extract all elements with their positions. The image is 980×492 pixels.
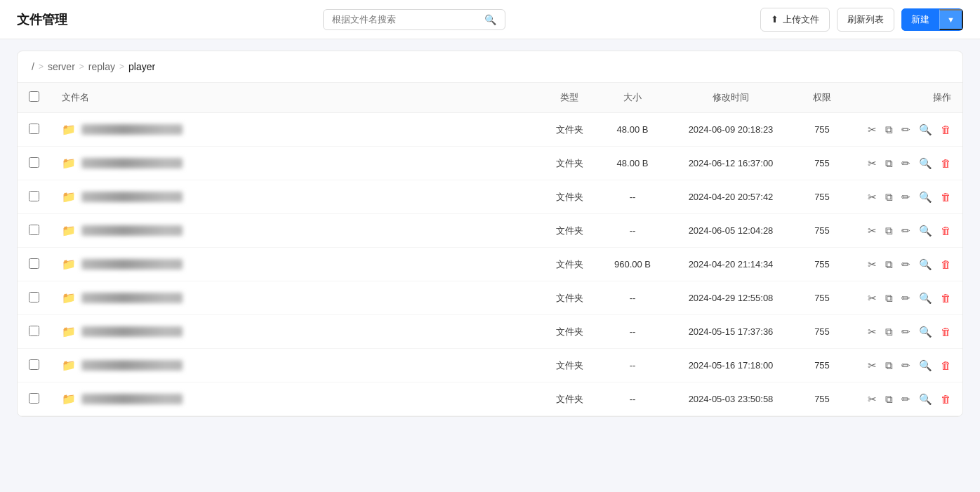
search-file-icon[interactable]: 🔍 <box>919 326 932 338</box>
search-file-icon[interactable]: 🔍 <box>919 191 932 204</box>
file-size: 960.00 B <box>597 248 668 281</box>
copy-icon[interactable]: ⧉ <box>885 157 893 170</box>
select-all-checkbox[interactable] <box>29 91 39 102</box>
copy-icon[interactable]: ⧉ <box>885 258 893 271</box>
file-mtime: 2024-05-03 23:50:58 <box>668 383 794 416</box>
search-file-icon[interactable]: 🔍 <box>919 292 932 305</box>
table-row: 📁 文件夹48.00 B2024-06-09 20:18:23755 ✂ ⧉ ✏… <box>18 113 962 147</box>
file-mtime: 2024-06-05 12:04:28 <box>668 214 794 248</box>
edit-icon[interactable]: ✏ <box>901 393 911 406</box>
row-checkbox-0[interactable] <box>29 124 39 134</box>
edit-icon[interactable]: ✏ <box>901 225 911 237</box>
cut-icon[interactable]: ✂ <box>868 359 877 372</box>
refresh-button[interactable]: 刷新列表 <box>837 8 894 32</box>
col-ops: 操作 <box>850 83 962 113</box>
cut-icon[interactable]: ✂ <box>868 292 877 305</box>
file-size: -- <box>597 281 668 315</box>
table-row: 📁 文件夹--2024-04-29 12:55:08755 ✂ ⧉ ✏ 🔍 🗑 <box>18 281 962 315</box>
edit-icon[interactable]: ✏ <box>901 258 911 271</box>
delete-icon[interactable]: 🗑 <box>941 225 951 237</box>
file-type: 文件夹 <box>541 248 597 281</box>
row-checkbox-3[interactable] <box>29 225 39 235</box>
edit-icon[interactable]: ✏ <box>901 157 911 170</box>
action-icons: ✂ ⧉ ✏ 🔍 🗑 <box>861 157 951 170</box>
breadcrumb-replay[interactable]: replay <box>88 61 115 72</box>
row-checkbox-4[interactable] <box>29 258 39 269</box>
action-icons: ✂ ⧉ ✏ 🔍 🗑 <box>861 359 951 372</box>
edit-icon[interactable]: ✏ <box>901 124 911 136</box>
search-file-icon[interactable]: 🔍 <box>919 124 932 136</box>
table-header: 文件名 类型 大小 修改时间 权限 操作 <box>18 83 962 113</box>
delete-icon[interactable]: 🗑 <box>941 292 951 304</box>
file-type: 文件夹 <box>541 281 597 315</box>
delete-icon[interactable]: 🗑 <box>941 157 951 169</box>
upload-button[interactable]: ⬆ 上传文件 <box>760 8 830 32</box>
copy-icon[interactable]: ⧉ <box>885 359 893 372</box>
search-file-icon[interactable]: 🔍 <box>919 157 932 170</box>
search-file-icon[interactable]: 🔍 <box>919 258 932 271</box>
row-checkbox-7[interactable] <box>29 359 39 370</box>
search-file-icon[interactable]: 🔍 <box>919 393 932 406</box>
file-name-text <box>81 124 183 135</box>
edit-icon[interactable]: ✏ <box>901 326 911 338</box>
delete-icon[interactable]: 🗑 <box>941 326 951 338</box>
breadcrumb-server[interactable]: server <box>48 61 75 72</box>
file-mtime: 2024-06-09 20:18:23 <box>668 113 794 147</box>
file-name-cell: 📁 <box>62 291 530 305</box>
cut-icon[interactable]: ✂ <box>868 225 877 237</box>
action-icons: ✂ ⧉ ✏ 🔍 🗑 <box>861 326 951 338</box>
delete-icon[interactable]: 🗑 <box>941 258 951 270</box>
cut-icon[interactable]: ✂ <box>868 191 877 204</box>
file-name-text <box>81 158 183 168</box>
breadcrumb-root[interactable]: / <box>32 61 34 72</box>
row-checkbox-2[interactable] <box>29 191 39 201</box>
copy-icon[interactable]: ⧉ <box>885 326 893 338</box>
copy-icon[interactable]: ⧉ <box>885 292 893 305</box>
delete-icon[interactable]: 🗑 <box>941 359 951 371</box>
action-icons: ✂ ⧉ ✏ 🔍 🗑 <box>861 225 951 237</box>
new-dropdown-button[interactable]: ▼ <box>939 9 963 30</box>
search-area: 🔍 <box>323 9 505 30</box>
search-input[interactable] <box>332 14 484 25</box>
file-name-cell: 📁 <box>62 190 530 204</box>
col-type: 类型 <box>541 83 597 113</box>
row-checkbox-6[interactable] <box>29 326 39 336</box>
file-name-text <box>81 360 183 371</box>
file-name-text <box>81 326 183 337</box>
cut-icon[interactable]: ✂ <box>868 393 877 406</box>
breadcrumb-current: player <box>128 61 155 72</box>
search-icon[interactable]: 🔍 <box>484 14 496 25</box>
table-row: 📁 文件夹--2024-05-03 23:50:58755 ✂ ⧉ ✏ 🔍 🗑 <box>18 383 962 416</box>
delete-icon[interactable]: 🗑 <box>941 191 951 203</box>
copy-icon[interactable]: ⧉ <box>885 124 893 136</box>
row-checkbox-8[interactable] <box>29 393 39 404</box>
cut-icon[interactable]: ✂ <box>868 157 877 170</box>
edit-icon[interactable]: ✏ <box>901 359 911 372</box>
search-file-icon[interactable]: 🔍 <box>919 359 932 372</box>
file-name-cell: 📁 <box>62 258 530 271</box>
new-main-button[interactable]: 新建 <box>901 8 939 31</box>
file-mtime: 2024-06-12 16:37:00 <box>668 147 794 180</box>
copy-icon[interactable]: ⧉ <box>885 393 893 406</box>
cut-icon[interactable]: ✂ <box>868 326 877 338</box>
copy-icon[interactable]: ⧉ <box>885 225 893 237</box>
edit-icon[interactable]: ✏ <box>901 292 911 305</box>
search-box[interactable]: 🔍 <box>323 9 505 30</box>
copy-icon[interactable]: ⧉ <box>885 191 893 204</box>
edit-icon[interactable]: ✏ <box>901 191 911 204</box>
file-perm: 755 <box>794 147 850 180</box>
table-row: 📁 文件夹--2024-05-15 17:37:36755 ✂ ⧉ ✏ 🔍 🗑 <box>18 315 962 349</box>
cut-icon[interactable]: ✂ <box>868 258 877 271</box>
delete-icon[interactable]: 🗑 <box>941 393 951 405</box>
folder-icon: 📁 <box>62 224 76 237</box>
search-file-icon[interactable]: 🔍 <box>919 225 932 237</box>
row-checkbox-5[interactable] <box>29 292 39 302</box>
delete-icon[interactable]: 🗑 <box>941 124 951 135</box>
row-checkbox-1[interactable] <box>29 157 39 168</box>
breadcrumb: / > server > replay > player <box>18 51 962 83</box>
cut-icon[interactable]: ✂ <box>868 124 877 136</box>
folder-icon: 📁 <box>62 392 76 406</box>
col-size: 大小 <box>597 83 668 113</box>
file-perm: 755 <box>794 180 850 214</box>
file-mtime: 2024-05-16 17:18:00 <box>668 349 794 383</box>
